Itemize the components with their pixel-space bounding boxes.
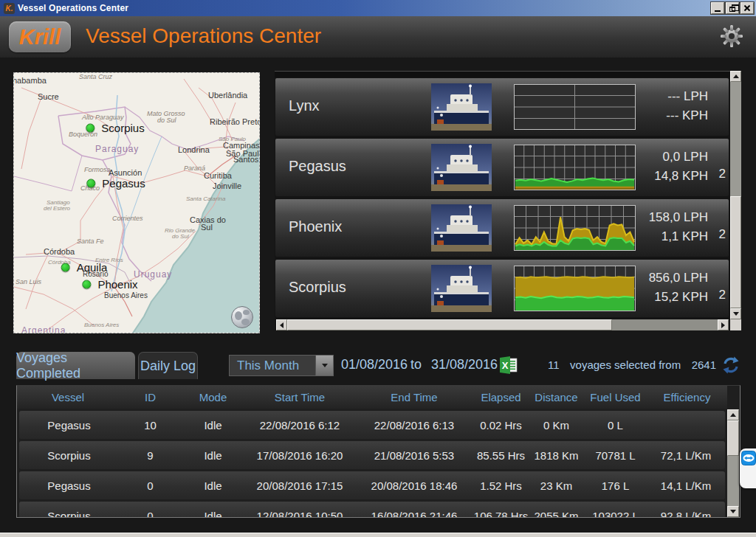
scroll-thumb[interactable] [730,196,741,308]
scroll-thumb[interactable] [287,319,612,330]
vessel-marker-aquila[interactable]: Aquila [61,261,108,274]
vessel-stats: 0,0 LPH14,8 KPH [597,148,708,186]
voyage-cell: 106.78 Hrs [473,510,529,519]
restore-icon [729,7,735,12]
column-header[interactable]: Mode [182,391,244,403]
voyage-cell: 72,1 L/Km [647,449,725,462]
marker-vessel-name: Phoenix [97,278,137,291]
voyage-row[interactable]: Pegasus10Idle22/08/2016 6:1222/08/2016 6… [19,411,725,439]
scroll-down-button[interactable] [727,506,739,517]
column-header[interactable]: Fuel Used [584,391,647,403]
fleet-row-lynx[interactable]: Lynx--- LPH--- KPH [275,78,729,136]
chevron-down-icon [322,364,328,367]
voyage-cell: 20/08/2016 18:46 [355,479,473,492]
voyage-cell: 14,1 L/Km [647,479,725,492]
map-place-label: del Estero [44,205,70,212]
voyage-row[interactable]: Scorpius9Idle17/08/2016 16:2021/08/2016 … [19,441,725,469]
globe-icon[interactable] [231,306,253,328]
date-to[interactable]: 31/08/2016 [431,357,498,373]
marker-dot-icon [86,123,94,132]
voyage-cell: 1818 Km [529,449,584,462]
map-place-label: Curitiba [204,171,232,180]
column-header[interactable]: Vessel [17,391,119,403]
map-place-label: Alto Paraguay [82,114,124,121]
export-excel-button[interactable]: X [499,356,518,378]
krill-logo[interactable]: Krill [9,21,71,52]
scroll-up-button[interactable] [730,71,741,82]
voyage-cell: Scorpius [19,449,119,462]
vessel-marker-scorpius[interactable]: Scorpius [86,122,144,134]
scroll-down-button[interactable] [730,308,741,319]
combo-dropdown-button[interactable] [315,356,333,375]
voyage-cell: 9 [119,449,182,462]
fleet-horizontal-scrollbar[interactable] [276,319,729,330]
map-place-label: Santa Catarina [186,195,225,202]
map-place-label: do Sul [172,233,189,240]
restore-button[interactable] [726,2,739,14]
fleet-vertical-scrollbar[interactable] [730,71,741,319]
voyage-row[interactable]: Scorpius0Idle12/08/2016 10:5016/08/2016 … [19,502,725,518]
close-button[interactable] [740,2,754,14]
voyage-cell: 0.02 Hrs [473,419,529,432]
vessel-marker-phoenix[interactable]: Phoenix [82,278,137,291]
vessel-kph: 14,8 KPH [597,167,708,186]
vessel-extra-value: 2 [719,167,726,181]
vessel-kph: 1,1 KPH [597,227,708,246]
voyage-cell: 0 Km [529,419,584,432]
column-header[interactable]: End Time [355,391,473,403]
column-header[interactable]: Start Time [244,391,355,403]
vessel-marker-pegasus[interactable]: Pegasus [86,177,145,190]
marker-dot-icon [86,179,95,187]
map-place-label: Joinville [213,181,241,190]
app-icon: K. [4,3,15,14]
column-header[interactable]: Efficiency [647,391,727,403]
voyage-cell: Idle [182,510,244,519]
scroll-right-button[interactable] [718,319,729,330]
teamviewer-panel-tab[interactable] [740,448,756,488]
voyage-cell: 103022 L [584,510,647,519]
fleet-row-phoenix[interactable]: Phoenix158,0 LPH1,1 KPH2 [275,199,729,257]
excel-x-glyph: X [502,360,509,371]
map-place-label: Uberlândia [208,91,247,100]
teamviewer-icon [741,451,756,465]
tab-daily-log[interactable]: Daily Log [138,352,198,379]
date-from[interactable]: 01/08/2016 [341,357,408,373]
window-bottom-border [0,533,756,537]
tab-label: Voyages Completed [16,350,135,381]
vessel-lph: --- LPH [597,87,708,106]
map-place-label: do Sul [157,117,176,124]
column-header[interactable]: Distance [529,391,584,403]
marker-vessel-name: Scorpius [101,122,144,134]
minimize-icon [715,10,721,12]
column-header[interactable]: Elapsed [473,391,529,403]
scroll-up-button[interactable] [727,409,739,420]
column-header[interactable]: ID [119,391,182,403]
scroll-left-button[interactable] [276,319,287,330]
fleet-row-scorpius[interactable]: Scorpius856,0 LPH15,2 KPH2 [275,260,729,317]
voyage-row[interactable]: Pegasus0Idle20/08/2016 17:1520/08/2016 1… [19,471,725,499]
map-place-label: Argentina [21,325,66,333]
map-place-label: Santos [233,155,258,164]
tab-label: Daily Log [140,358,196,374]
map-place-label: Paraguay [95,144,139,154]
vessel-lph: 0,0 LPH [597,148,708,167]
scroll-thumb[interactable] [727,420,739,456]
refresh-button[interactable] [722,356,740,377]
map-place-label: Santa Fe [77,238,104,245]
voyages-table: VesselIDModeStart TimeEnd TimeElapsedDis… [16,385,740,518]
minimize-button[interactable] [711,2,724,14]
marker-dot-icon [61,263,70,271]
window-title: Vessel Operations Center [18,3,709,13]
vessel-thumbnail [431,83,492,131]
period-select[interactable]: This Month [229,355,334,376]
fleet-panel: Lynx--- LPH--- KPHPegasus0,0 LPH14,8 KPH… [275,71,741,330]
close-icon [743,4,751,12]
vessel-map[interactable]: habambaSanta CruzSucreUberlândiaMato Gro… [13,72,260,333]
fleet-row-pegasus[interactable]: Pegasus0,0 LPH14,8 KPH2 [275,139,729,196]
map-place-label: Buenos Aires [104,291,148,299]
table-vertical-scrollbar[interactable] [727,409,739,517]
tab-voyages-completed[interactable]: Voyages Completed [16,352,135,379]
gear-icon[interactable] [719,24,744,52]
fleet-panel-top [275,71,730,77]
map-place-label: Paraná [184,164,205,172]
